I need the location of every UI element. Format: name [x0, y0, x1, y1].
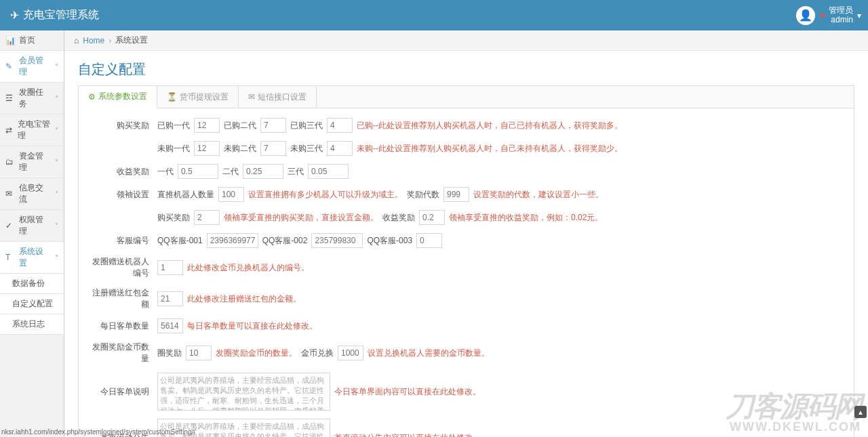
- input-notbought-gen2[interactable]: [260, 141, 286, 156]
- folder-icon: 🗂: [5, 157, 15, 167]
- nav-circle-task[interactable]: ☲发圈任务˅: [0, 83, 64, 115]
- nav-system[interactable]: T系统设置˅: [0, 242, 64, 274]
- input-coin-exchange[interactable]: [338, 346, 363, 360]
- tab-sms[interactable]: ✉短信接口设置: [239, 86, 317, 108]
- tabs: ⚙系统参数设置 ⏳货币提现设置 ✉短信接口设置: [79, 86, 854, 108]
- nav-funds[interactable]: 🗂资金管理˅: [0, 146, 64, 178]
- input-notbought-gen1[interactable]: [194, 141, 220, 156]
- input-gift-robot[interactable]: [157, 260, 183, 275]
- hint: 设置直推拥有多少机器人可以升级为域主。: [248, 189, 403, 201]
- input-daily-orders[interactable]: [157, 318, 183, 333]
- tab-label: 货币提现设置: [180, 91, 229, 103]
- input-circle-reward[interactable]: [186, 346, 212, 360]
- topbar: ✈ 充电宝管理系统 👤 管理员 admin ▾: [0, 0, 868, 30]
- nav-member[interactable]: ✎会员管理˅: [0, 51, 64, 83]
- chevron-down-icon: ˅: [55, 190, 58, 198]
- chevron-down-icon: ˅: [55, 254, 58, 262]
- hint: 领袖享受直推的收益奖励，例如：0.02元。: [449, 212, 603, 224]
- input-leader-direct[interactable]: [218, 187, 244, 202]
- tab-label: 系统参数设置: [98, 91, 147, 102]
- hint: 此处修改注册赠送红包的金额。: [187, 293, 301, 305]
- nav-permission[interactable]: ✓权限管理˅: [0, 210, 64, 242]
- chevron-down-icon: ˅: [55, 95, 58, 102]
- subnav-log[interactable]: 系统日志: [0, 314, 64, 335]
- input-qq1[interactable]: [207, 233, 258, 248]
- tab-system-params[interactable]: ⚙系统参数设置: [79, 86, 157, 108]
- input-reg-red[interactable]: [157, 291, 183, 306]
- page-title: 自定义配置: [64, 51, 868, 85]
- lbl: 二代: [222, 166, 239, 178]
- hint: 已购--此处设置推荐别人购买机器人时，自己已持有机器人，获得奖励多。: [357, 120, 623, 131]
- input-bought-gen2[interactable]: [260, 118, 286, 133]
- user-menu[interactable]: 👤 管理员 admin ▾: [796, 6, 861, 25]
- lbl: 圈奖励: [157, 348, 182, 359]
- lbl: QQ客服-001: [157, 235, 203, 247]
- nav-label: 自定义配置: [12, 298, 53, 310]
- check-icon: ✓: [5, 221, 15, 230]
- input-notbought-gen3[interactable]: [327, 141, 353, 156]
- lbl: 未购一代: [157, 143, 190, 154]
- lbl: 已购三代: [290, 120, 323, 131]
- label-qq: 客服编号: [92, 235, 153, 247]
- label-daily-orders: 每日客单数量: [92, 320, 153, 332]
- avatar-icon: 👤: [796, 6, 815, 25]
- user-name: admin: [829, 16, 853, 24]
- nav-label: 充电宝管理: [18, 119, 51, 142]
- nav-messages[interactable]: ✉信息交流˅: [0, 178, 64, 210]
- chevron-down-icon: ˅: [55, 159, 58, 166]
- nav-powerbank[interactable]: ⇄充电宝管理˅: [0, 115, 64, 146]
- lbl: QQ客服-002: [262, 235, 308, 247]
- nav-label: 首页: [19, 35, 35, 46]
- brand-icon: ✈: [10, 9, 19, 22]
- nav-label: 会员管理: [19, 55, 51, 78]
- lbl: 已购一代: [157, 120, 190, 131]
- lbl: 购买奖励: [157, 212, 190, 224]
- nav-label: 数据备份: [12, 278, 45, 289]
- lbl: 金币兑换: [301, 348, 334, 359]
- lbl: 已购二代: [224, 120, 256, 131]
- lbl: 三代: [288, 166, 304, 178]
- nav-label: 发圈任务: [19, 87, 51, 110]
- user-role: 管理员: [829, 6, 853, 15]
- scroll-top-button[interactable]: ▲: [854, 406, 867, 418]
- nav-label: 资金管理: [19, 150, 51, 173]
- breadcrumb-home[interactable]: Home: [83, 36, 104, 45]
- home-icon: ⌂: [74, 36, 79, 45]
- input-bought-gen1[interactable]: [194, 118, 220, 133]
- input-bought-gen3[interactable]: [327, 118, 353, 133]
- textarea-today-note[interactable]: 公司是武夷风的养殖场，主要经营成品猫，成品狗售卖。鹌鹑是武夷风历史悠久的名特产。…: [157, 373, 330, 411]
- hint: 每日客单数量可以直接在此处修改。: [187, 320, 317, 332]
- input-leader-buy[interactable]: [194, 210, 220, 225]
- brand-text: 充电宝管理系统: [23, 8, 99, 22]
- hint: 设置兑换机器人需要的金币数量。: [368, 348, 490, 359]
- tab-currency[interactable]: ⏳货币提现设置: [157, 86, 239, 108]
- text-icon: T: [5, 253, 15, 262]
- list-icon: ☲: [5, 93, 15, 103]
- mail-icon: ✉: [248, 92, 255, 102]
- input-profit-g1[interactable]: [178, 164, 218, 179]
- input-leader-profit[interactable]: [419, 210, 445, 225]
- nav-home[interactable]: 📊首页: [0, 30, 64, 51]
- status-url: nksr.iahh1.com/index.php/systemlogined/s…: [1, 428, 195, 436]
- subnav-custom-config[interactable]: 自定义配置: [0, 294, 64, 314]
- label-gift-robot: 发圈赠送机器人编号: [92, 256, 153, 279]
- hint: 今日客单界面内容可以直接在此处修改。: [334, 386, 481, 398]
- lbl: 奖励代数: [407, 189, 439, 201]
- hint: 发圈奖励金币的数量。: [216, 348, 297, 359]
- input-profit-g2[interactable]: [243, 164, 283, 179]
- hint: 此处修改金币兑换机器人的编号。: [187, 262, 309, 274]
- label-reg-red: 注册赠送红包金额: [92, 287, 153, 310]
- input-qq2[interactable]: [311, 233, 363, 248]
- label-buy-reward: 购买奖励: [92, 120, 153, 131]
- shuffle-icon: ⇄: [5, 125, 14, 135]
- brand: ✈ 充电宝管理系统: [10, 8, 99, 22]
- input-profit-g3[interactable]: [308, 164, 349, 179]
- label-leader: 领袖设置: [92, 189, 153, 201]
- lbl: 直推机器人数量: [157, 189, 214, 201]
- nav-label: 系统日志: [12, 318, 45, 330]
- main: ⌂ Home › 系统设置 自定义配置 ⚙系统参数设置 ⏳货币提现设置 ✉短信接…: [64, 30, 868, 437]
- subnav-backup[interactable]: 数据备份: [0, 274, 64, 294]
- dashboard-icon: 📊: [5, 36, 15, 45]
- input-qq3[interactable]: [416, 233, 442, 248]
- input-leader-gen[interactable]: [443, 187, 469, 202]
